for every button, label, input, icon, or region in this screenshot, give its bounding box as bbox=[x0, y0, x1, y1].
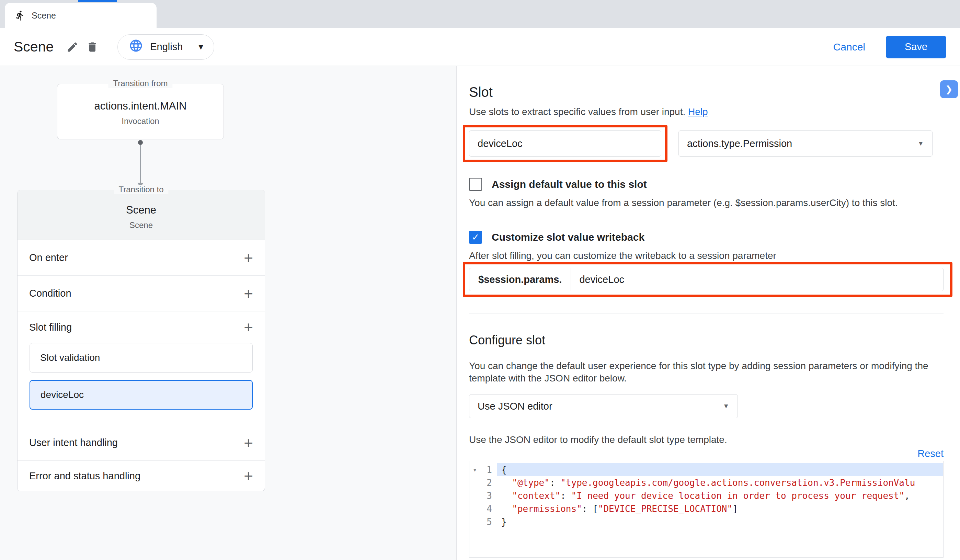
writeback-wrapper: $session.params. bbox=[469, 268, 944, 291]
fold-gutter bbox=[469, 476, 480, 489]
add-icon[interactable]: + bbox=[244, 319, 253, 335]
editor-mode-select[interactable]: Use JSON editor ▼ bbox=[469, 394, 738, 418]
slot-deviceloc-item[interactable]: deviceLoc bbox=[30, 380, 253, 410]
language-label: English bbox=[150, 41, 182, 53]
condition-row[interactable]: Condition + bbox=[18, 276, 265, 311]
code-line[interactable]: 5} bbox=[469, 515, 943, 528]
language-selector[interactable]: English ▾ bbox=[117, 34, 214, 60]
fold-arrow-icon[interactable]: ▾ bbox=[469, 463, 480, 476]
slot-validation-item[interactable]: Slot validation bbox=[30, 343, 253, 373]
edit-scene-button[interactable] bbox=[62, 37, 82, 57]
browser-tab-bar: Scene bbox=[0, 0, 960, 28]
line-number: 4 bbox=[480, 502, 497, 515]
scene-type: Scene bbox=[18, 221, 265, 230]
slot-title: Slot bbox=[469, 84, 944, 100]
code-content[interactable]: } bbox=[497, 515, 943, 528]
slot-filling-row[interactable]: Slot filling + bbox=[18, 311, 265, 343]
slot-type-select[interactable]: actions.type.Permission ▼ bbox=[678, 130, 933, 157]
transition-connector bbox=[138, 140, 144, 187]
globe-icon bbox=[129, 38, 143, 55]
on-enter-label: On enter bbox=[29, 252, 68, 263]
on-enter-row[interactable]: On enter + bbox=[18, 240, 265, 276]
editor-mode-value: Use JSON editor bbox=[478, 401, 552, 412]
code-line[interactable]: 3 "context": "I need your device locatio… bbox=[469, 489, 943, 502]
code-content[interactable]: "context": "I need your device location … bbox=[497, 489, 943, 502]
line-number: 2 bbox=[480, 476, 497, 489]
add-icon[interactable]: + bbox=[244, 435, 253, 451]
code-line[interactable]: ▾1{ bbox=[469, 463, 943, 476]
add-icon[interactable]: + bbox=[244, 468, 253, 484]
scene-card-header[interactable]: Scene Scene bbox=[18, 190, 265, 240]
condition-label: Condition bbox=[29, 288, 71, 299]
code-content[interactable]: { bbox=[497, 463, 943, 476]
section-divider bbox=[469, 313, 944, 314]
scene-graph-canvas: Transition from actions.intent.MAIN Invo… bbox=[0, 66, 457, 560]
editor-hint: Use the JSON editor to modify the defaul… bbox=[469, 434, 944, 446]
caret-down-icon: ▾ bbox=[198, 42, 203, 52]
browser-tab-scene[interactable]: Scene bbox=[5, 3, 157, 28]
connector-line bbox=[140, 145, 141, 182]
user-intent-label: User intent handling bbox=[29, 437, 118, 448]
code-content[interactable]: "permissions": ["DEVICE_PRECISE_LOCATION… bbox=[497, 502, 943, 515]
slot-description: Use slots to extract specific values fro… bbox=[469, 106, 685, 117]
json-editor-lines: ▾1{2 "@type": "type.googleapis.com/googl… bbox=[469, 463, 943, 528]
page-title: Scene bbox=[14, 39, 54, 55]
code-content[interactable]: "@type": "type.googleapis.com/google.act… bbox=[497, 476, 943, 489]
line-number: 3 bbox=[480, 489, 497, 502]
scene-card: Transition to Scene Scene On enter + Con… bbox=[17, 190, 265, 491]
trash-icon bbox=[86, 41, 99, 53]
assign-default-help: You can assign a default value from a se… bbox=[469, 197, 944, 209]
error-status-label: Error and status handling bbox=[29, 470, 141, 482]
fold-gutter bbox=[469, 515, 480, 528]
writeback-checkbox[interactable]: ✓ bbox=[469, 231, 482, 244]
slot-filling-section: Slot filling + Slot validation deviceLoc bbox=[18, 311, 265, 425]
assign-default-row: Assign default value to this slot bbox=[469, 178, 944, 191]
assign-default-checkbox[interactable] bbox=[469, 178, 482, 191]
cancel-button[interactable]: Cancel bbox=[833, 41, 865, 53]
walking-person-icon bbox=[14, 10, 26, 21]
transition-from-label: Transition from bbox=[108, 78, 172, 88]
connector-dot bbox=[138, 140, 143, 145]
intent-type: Invocation bbox=[58, 117, 224, 126]
pencil-icon bbox=[66, 41, 78, 53]
scene-header: Scene English ▾ Cancel Save bbox=[0, 28, 960, 66]
add-icon[interactable]: + bbox=[244, 286, 253, 301]
code-line[interactable]: 2 "@type": "type.googleapis.com/google.a… bbox=[469, 476, 943, 489]
json-editor[interactable]: ▾1{2 "@type": "type.googleapis.com/googl… bbox=[469, 461, 944, 558]
tab-title: Scene bbox=[32, 11, 56, 21]
check-icon: ✓ bbox=[472, 232, 480, 243]
dropdown-arrow-icon: ▼ bbox=[917, 140, 924, 147]
screen: Scene Scene English ▾ Cancel Save Transi… bbox=[0, 0, 960, 560]
reset-link[interactable]: Reset bbox=[917, 448, 944, 459]
transition-from-node[interactable]: Transition from actions.intent.MAIN Invo… bbox=[57, 84, 224, 139]
slot-name-input[interactable] bbox=[469, 130, 661, 157]
line-number: 1 bbox=[480, 463, 497, 476]
user-intent-row[interactable]: User intent handling + bbox=[18, 425, 265, 461]
writeback-label: Customize slot value writeback bbox=[492, 231, 645, 243]
slot-detail-panel: ❯ Slot Use slots to extract specific val… bbox=[457, 66, 960, 560]
code-line[interactable]: 4 "permissions": ["DEVICE_PRECISE_LOCATI… bbox=[469, 502, 943, 515]
line-number: 5 bbox=[480, 515, 497, 528]
session-params-prefix: $session.params. bbox=[469, 268, 571, 291]
writeback-value-input[interactable] bbox=[571, 268, 943, 291]
fold-gutter bbox=[469, 502, 480, 515]
dropdown-arrow-icon: ▼ bbox=[723, 402, 729, 410]
writeback-help: After slot filling, you can customize th… bbox=[469, 250, 944, 262]
configure-description: You can change the default user experien… bbox=[469, 360, 933, 384]
scene-name: Scene bbox=[18, 204, 265, 216]
delete-scene-button[interactable] bbox=[82, 37, 102, 57]
transition-to-label: Transition to bbox=[114, 185, 168, 194]
collapse-panel-button[interactable]: ❯ bbox=[940, 80, 958, 98]
save-button[interactable]: Save bbox=[886, 36, 946, 58]
add-icon[interactable]: + bbox=[244, 250, 253, 266]
slot-deviceloc-label: deviceLoc bbox=[40, 389, 84, 400]
slot-filling-label: Slot filling bbox=[29, 322, 72, 333]
error-status-row[interactable]: Error and status handling + bbox=[18, 461, 265, 491]
fold-gutter bbox=[469, 489, 480, 502]
writeback-row: ✓ Customize slot value writeback bbox=[469, 231, 944, 244]
tab-loading-indicator bbox=[78, 0, 117, 2]
writeback-input-group: $session.params. bbox=[469, 268, 944, 291]
help-link[interactable]: Help bbox=[688, 106, 708, 117]
assign-default-label: Assign default value to this slot bbox=[492, 179, 647, 190]
slot-validation-label: Slot validation bbox=[40, 352, 100, 363]
